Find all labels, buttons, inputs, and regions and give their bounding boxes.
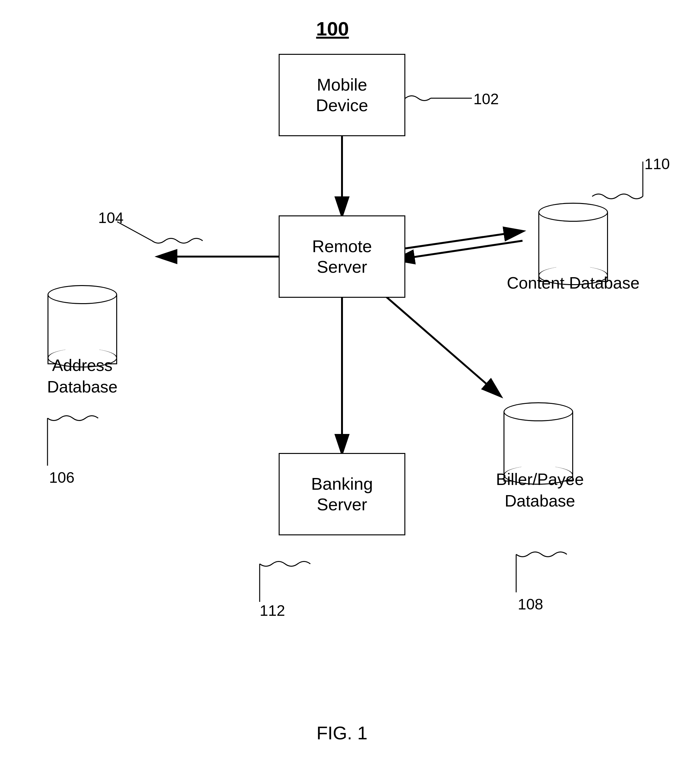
ref-104: 104 [98, 209, 124, 226]
ref-108: 108 [518, 595, 543, 613]
fig-label: FIG. 1 [285, 722, 399, 744]
svg-line-7 [380, 291, 500, 396]
ref-102: 102 [473, 90, 499, 108]
diagram-title: 100 [301, 18, 364, 40]
banking-server-node: Banking Server [279, 453, 405, 535]
ref-106: 106 [49, 469, 74, 486]
biller-db-label: Biller/Payee Database [469, 469, 611, 512]
mobile-device-node: Mobile Device [279, 54, 405, 136]
mobile-device-label: Mobile Device [316, 74, 368, 116]
banking-server-label: Banking Server [311, 474, 373, 515]
svg-line-4 [393, 231, 523, 250]
remote-server-label: Remote Server [312, 236, 372, 277]
ref-112: 112 [260, 602, 285, 619]
content-db-label: Content Database [503, 272, 643, 294]
ref-110: 110 [644, 155, 670, 173]
svg-line-5 [396, 241, 523, 260]
diagram: 100 [0, 0, 684, 784]
address-db-label: Address Database [19, 355, 146, 398]
remote-server-node: Remote Server [279, 215, 405, 298]
